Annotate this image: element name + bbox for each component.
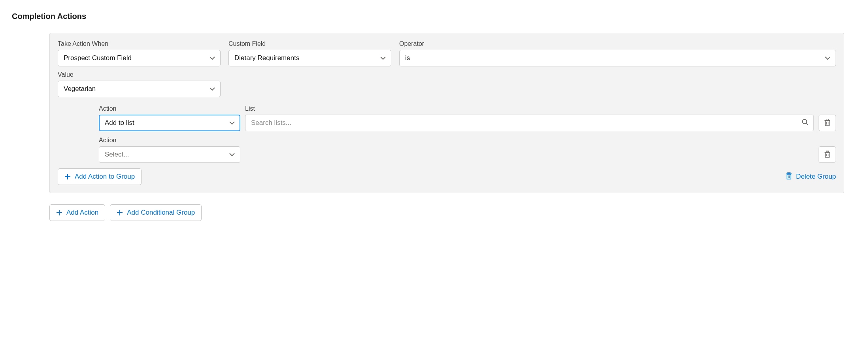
delete-group-button[interactable]: Delete Group [786, 172, 836, 181]
operator-field: Operator is [399, 40, 836, 66]
take-action-when-label: Take Action When [58, 40, 221, 47]
list-field: List [245, 105, 814, 131]
add-conditional-group-label: Add Conditional Group [127, 209, 195, 217]
action-value: Select... [105, 151, 129, 159]
action-value: Add to list [105, 119, 134, 127]
add-action-label: Add Action [66, 209, 98, 217]
action-field: Action Add to list [99, 105, 240, 131]
custom-field-select[interactable]: Dietary Requirements [228, 50, 391, 66]
trash-icon [824, 151, 830, 159]
take-action-when-field: Take Action When Prospect Custom Field [58, 40, 221, 66]
svg-rect-13 [788, 172, 790, 174]
add-action-to-group-label: Add Action to Group [75, 173, 135, 181]
list-label: List [245, 105, 814, 112]
action-field: Action Select... [99, 137, 240, 163]
action-label: Action [99, 105, 240, 112]
action-row: Action Add to list List [99, 105, 836, 131]
custom-field-field: Custom Field Dietary Requirements [228, 40, 391, 66]
plus-icon [64, 174, 71, 180]
operator-select[interactable]: is [399, 50, 836, 66]
plus-icon [117, 209, 123, 216]
list-search-input[interactable] [245, 115, 814, 131]
value-field: Value Vegetarian [58, 71, 221, 97]
delete-group-label: Delete Group [796, 173, 836, 181]
operator-label: Operator [399, 40, 836, 47]
action-select[interactable]: Select... [99, 146, 240, 163]
page-title: Completion Actions [12, 12, 856, 21]
actions-block: Action Add to list List [99, 105, 836, 163]
add-conditional-group-button[interactable]: Add Conditional Group [110, 204, 202, 221]
value-value: Vegetarian [64, 85, 96, 93]
add-action-button[interactable]: Add Action [49, 204, 105, 221]
action-label: Action [99, 137, 240, 144]
action-select[interactable]: Add to list [99, 115, 240, 131]
trash-icon [824, 119, 830, 127]
add-action-to-group-button[interactable]: Add Action to Group [58, 168, 142, 185]
conditional-group-panel: Take Action When Prospect Custom Field C… [49, 33, 844, 193]
custom-field-value: Dietary Requirements [234, 54, 299, 62]
condition-row-1: Take Action When Prospect Custom Field C… [58, 40, 836, 66]
custom-field-label: Custom Field [228, 40, 391, 47]
take-action-when-value: Prospect Custom Field [64, 54, 132, 62]
footer-buttons: Add Action Add Conditional Group [49, 204, 856, 221]
plus-icon [56, 209, 62, 216]
condition-row-2: Value Vegetarian [58, 71, 836, 97]
delete-action-button[interactable] [819, 115, 836, 131]
value-label: Value [58, 71, 221, 78]
value-select[interactable]: Vegetarian [58, 81, 221, 97]
take-action-when-select[interactable]: Prospect Custom Field [58, 50, 221, 66]
delete-action-button[interactable] [819, 146, 836, 163]
svg-rect-3 [826, 119, 828, 120]
group-bottom-bar: Add Action to Group Delete Group [58, 168, 836, 185]
action-row: Action Select... [99, 137, 836, 163]
operator-value: is [405, 54, 410, 62]
trash-icon [786, 172, 792, 181]
svg-rect-7 [826, 151, 828, 152]
